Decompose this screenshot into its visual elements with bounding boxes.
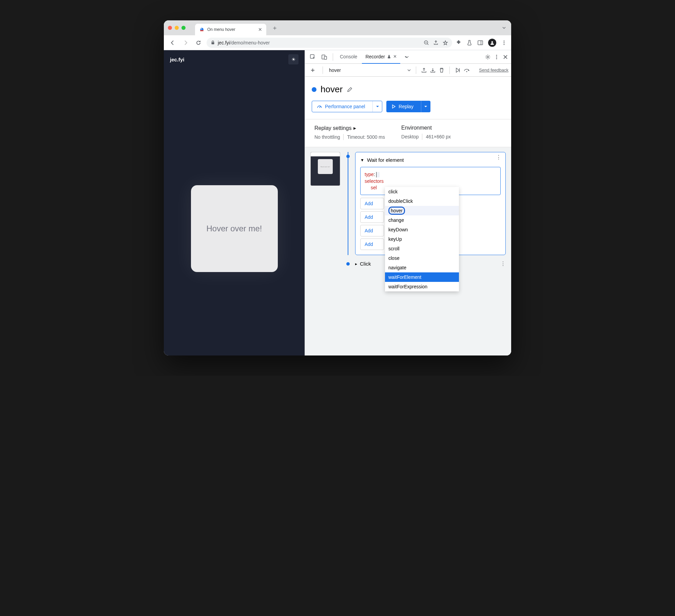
svg-point-16	[487, 56, 489, 58]
close-window-button[interactable]	[168, 26, 172, 30]
tab-recorder[interactable]: Recorder ✕	[362, 50, 400, 64]
reload-button[interactable]	[194, 38, 203, 47]
tab-close-icon[interactable]: ✕	[258, 27, 262, 32]
add-button[interactable]: Add	[360, 225, 384, 236]
zoom-out-icon[interactable]	[424, 40, 429, 45]
recording-settings: Replay settings ▸ No throttlingTimeout: …	[305, 119, 511, 147]
step-over-icon[interactable]	[463, 67, 470, 73]
play-icon[interactable]	[455, 67, 461, 73]
type-option-close[interactable]: close	[385, 253, 459, 263]
step-title: Click	[360, 261, 371, 267]
recording-dropdown-icon[interactable]	[407, 68, 411, 72]
page-viewport: jec.fyi ☀ Hover over me!	[164, 50, 305, 355]
close-tab-icon[interactable]: ✕	[393, 54, 397, 59]
type-option-keydown[interactable]: keyDown	[385, 225, 459, 234]
recording-selector[interactable]: hover	[328, 68, 342, 73]
environment-heading: Environment	[401, 125, 451, 131]
delete-icon[interactable]	[439, 67, 445, 73]
window-controls	[168, 26, 191, 30]
svg-line-22	[320, 106, 321, 108]
browser-window: On menu hover ✕ ＋ jec.fyi/demo/menu-hove…	[164, 20, 511, 355]
bookmark-icon[interactable]	[443, 40, 448, 45]
svg-rect-7	[478, 41, 483, 45]
toolbar-icons	[456, 39, 507, 47]
hover-card[interactable]: Hover over me!	[191, 185, 278, 272]
recording-actions: Performance panel Replay	[305, 101, 511, 119]
viewport-value: 461×660 px	[426, 134, 451, 139]
kebab-icon[interactable]	[494, 54, 500, 60]
type-option-doubleclick[interactable]: doubleClick	[385, 196, 459, 206]
forward-button[interactable]	[181, 38, 190, 47]
recording-title: hover	[321, 84, 343, 95]
recording-header: hover	[305, 77, 511, 101]
recorder-toolbar: hover Send feedback	[305, 64, 511, 77]
replay-dropdown-icon[interactable]	[421, 101, 430, 112]
properties-editor[interactable]: type: selectors sel click doubleClick ho…	[360, 167, 501, 195]
type-option-keyup[interactable]: keyUp	[385, 234, 459, 244]
sidepanel-icon[interactable]	[477, 40, 483, 46]
tab-strip: On menu hover ✕ ＋	[195, 22, 281, 34]
performance-dropdown-icon[interactable]	[372, 101, 382, 112]
chevron-down-icon[interactable]	[502, 25, 506, 30]
step-menu-button[interactable]: ⋮	[500, 261, 506, 267]
lock-icon	[211, 40, 215, 45]
steps-area: Hover over me! ▼ Wait for element ⋮ type…	[305, 147, 511, 355]
inspect-icon[interactable]	[308, 52, 318, 62]
close-devtools-icon[interactable]	[502, 54, 508, 60]
omnibox[interactable]: jec.fyi/demo/menu-hover	[207, 38, 452, 48]
step-menu-button[interactable]: ⋮	[496, 156, 501, 158]
new-tab-button[interactable]: ＋	[269, 22, 281, 33]
labs-icon[interactable]	[466, 40, 473, 46]
devtools-panel: Console Recorder ✕ hover	[305, 50, 511, 355]
svg-point-12	[504, 44, 505, 45]
export-icon[interactable]	[421, 67, 427, 73]
maximize-window-button[interactable]	[181, 26, 186, 30]
edit-icon[interactable]	[347, 86, 353, 93]
add-button[interactable]: Add	[360, 238, 384, 250]
svg-rect-2	[200, 30, 204, 31]
svg-point-9	[491, 41, 493, 43]
type-option-navigate[interactable]: navigate	[385, 263, 459, 272]
add-button[interactable]: Add	[360, 198, 384, 209]
settings-icon[interactable]	[485, 54, 491, 60]
type-option-scroll[interactable]: scroll	[385, 244, 459, 253]
timeline-dot-icon	[346, 262, 350, 266]
svg-point-10	[504, 40, 505, 41]
share-icon[interactable]	[433, 40, 439, 45]
step-card: ▼ Wait for element ⋮ type: selectors sel…	[355, 152, 506, 255]
performance-panel-button[interactable]: Performance panel	[312, 101, 382, 112]
send-feedback-link[interactable]: Send feedback	[479, 68, 508, 73]
replay-button[interactable]: Replay	[386, 101, 430, 112]
import-icon[interactable]	[430, 67, 436, 73]
flask-icon	[387, 55, 391, 59]
add-button[interactable]: Add	[360, 211, 384, 223]
extensions-icon[interactable]	[456, 40, 462, 46]
type-option-waitforexpression[interactable]: waitForExpression	[385, 282, 459, 291]
tab-console[interactable]: Console	[336, 50, 361, 64]
more-tabs-icon[interactable]	[402, 52, 412, 62]
step-title-row[interactable]: ▼ Wait for element	[360, 157, 501, 163]
device-toggle-icon[interactable]	[319, 52, 329, 62]
svg-rect-3	[212, 42, 214, 44]
step-thumbnail[interactable]: Hover over me!	[310, 152, 340, 186]
profile-avatar[interactable]	[488, 39, 496, 47]
svg-point-11	[504, 42, 505, 43]
throttling-value: No throttling	[314, 134, 340, 140]
browser-tab[interactable]: On menu hover ✕	[195, 24, 266, 35]
type-option-waitforelement[interactable]: waitForElement	[385, 272, 459, 282]
gauge-icon	[317, 104, 322, 109]
theme-toggle-button[interactable]: ☀	[288, 54, 298, 64]
svg-point-18	[496, 56, 497, 57]
new-recording-button[interactable]	[308, 65, 318, 75]
type-option-click[interactable]: click	[385, 187, 459, 196]
minimize-window-button[interactable]	[175, 26, 179, 30]
chevron-right-icon: ▸	[353, 125, 356, 131]
type-option-change[interactable]: change	[385, 215, 459, 225]
back-button[interactable]	[168, 38, 177, 47]
type-option-hover[interactable]: hover	[385, 206, 459, 215]
svg-point-19	[496, 58, 497, 59]
menu-icon[interactable]	[501, 40, 507, 46]
step-title: Wait for element	[367, 157, 404, 163]
replay-settings-heading[interactable]: Replay settings ▸	[314, 125, 385, 131]
svg-rect-15	[324, 56, 327, 59]
